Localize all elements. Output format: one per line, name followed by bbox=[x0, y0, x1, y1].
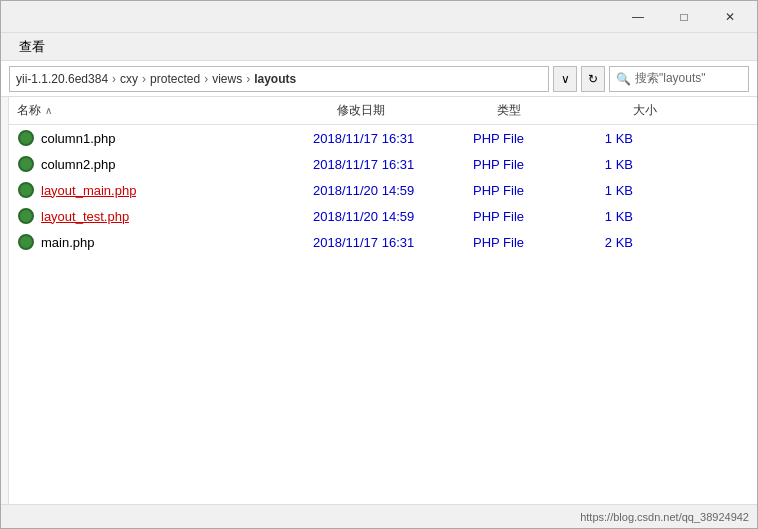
file-type: PHP File bbox=[473, 209, 573, 224]
content-area: 名称 ∧ 修改日期 类型 大小 column1.php2018/11/17 16… bbox=[1, 97, 757, 504]
dropdown-button[interactable]: ∨ bbox=[553, 66, 577, 92]
file-name: layout_main.php bbox=[41, 183, 136, 198]
file-date: 2018/11/17 16:31 bbox=[313, 131, 473, 146]
file-icon bbox=[17, 129, 35, 147]
breadcrumb-layouts[interactable]: layouts bbox=[254, 72, 296, 86]
refresh-button[interactable]: ↻ bbox=[581, 66, 605, 92]
breadcrumb-views[interactable]: views bbox=[212, 72, 242, 86]
col-header-type[interactable]: 类型 bbox=[497, 102, 597, 119]
status-bar: https://blog.csdn.net/qq_38924942 bbox=[1, 504, 757, 528]
file-type: PHP File bbox=[473, 183, 573, 198]
breadcrumb-protected[interactable]: protected bbox=[150, 72, 200, 86]
col-header-size[interactable]: 大小 bbox=[597, 102, 657, 119]
file-size: 1 KB bbox=[573, 157, 633, 172]
file-size: 1 KB bbox=[573, 131, 633, 146]
breadcrumb-yii[interactable]: yii-1.1.20.6ed384 bbox=[16, 72, 108, 86]
file-type: PHP File bbox=[473, 131, 573, 146]
sidebar bbox=[1, 97, 9, 504]
close-button[interactable]: ✕ bbox=[707, 2, 753, 32]
breadcrumb: yii-1.1.20.6ed384 › cxy › protected › vi… bbox=[9, 66, 549, 92]
file-name: column2.php bbox=[41, 157, 115, 172]
file-list: 名称 ∧ 修改日期 类型 大小 column1.php2018/11/17 16… bbox=[9, 97, 757, 504]
file-name: column1.php bbox=[41, 131, 115, 146]
file-type: PHP File bbox=[473, 235, 573, 250]
search-icon: 🔍 bbox=[616, 72, 631, 86]
file-name-cell: column1.php bbox=[17, 129, 313, 147]
file-date: 2018/11/17 16:31 bbox=[313, 157, 473, 172]
column-headers: 名称 ∧ 修改日期 类型 大小 bbox=[9, 97, 757, 125]
breadcrumb-sep-3: › bbox=[244, 72, 252, 86]
file-name: main.php bbox=[41, 235, 94, 250]
file-name: layout_test.php bbox=[41, 209, 129, 224]
sort-icon: ∧ bbox=[45, 105, 52, 116]
file-name-cell: layout_main.php bbox=[17, 181, 313, 199]
menu-view[interactable]: 查看 bbox=[9, 34, 55, 60]
file-date: 2018/11/20 14:59 bbox=[313, 209, 473, 224]
table-row[interactable]: main.php2018/11/17 16:31PHP File2 KB bbox=[9, 229, 757, 255]
file-type: PHP File bbox=[473, 157, 573, 172]
explorer-window: — □ ✕ 查看 yii-1.1.20.6ed384 › cxy › prote… bbox=[0, 0, 758, 529]
menu-bar: 查看 bbox=[1, 33, 757, 61]
table-row[interactable]: layout_test.php2018/11/20 14:59PHP File1… bbox=[9, 203, 757, 229]
file-rows: column1.php2018/11/17 16:31PHP File1 KBc… bbox=[9, 125, 757, 255]
file-date: 2018/11/17 16:31 bbox=[313, 235, 473, 250]
file-size: 1 KB bbox=[573, 183, 633, 198]
file-icon bbox=[17, 233, 35, 251]
breadcrumb-cxy[interactable]: cxy bbox=[120, 72, 138, 86]
file-date: 2018/11/20 14:59 bbox=[313, 183, 473, 198]
col-header-name[interactable]: 名称 ∧ bbox=[17, 102, 337, 119]
title-bar: — □ ✕ bbox=[1, 1, 757, 33]
table-row[interactable]: column2.php2018/11/17 16:31PHP File1 KB bbox=[9, 151, 757, 177]
minimize-button[interactable]: — bbox=[615, 2, 661, 32]
maximize-button[interactable]: □ bbox=[661, 2, 707, 32]
breadcrumb-sep-1: › bbox=[140, 72, 148, 86]
table-row[interactable]: column1.php2018/11/17 16:31PHP File1 KB bbox=[9, 125, 757, 151]
address-bar: yii-1.1.20.6ed384 › cxy › protected › vi… bbox=[1, 61, 757, 97]
breadcrumb-sep-0: › bbox=[110, 72, 118, 86]
file-icon bbox=[17, 155, 35, 173]
status-url: https://blog.csdn.net/qq_38924942 bbox=[580, 511, 749, 523]
file-name-cell: main.php bbox=[17, 233, 313, 251]
table-row[interactable]: layout_main.php2018/11/20 14:59PHP File1… bbox=[9, 177, 757, 203]
search-placeholder: 搜索"layouts" bbox=[635, 70, 706, 87]
file-icon bbox=[17, 207, 35, 225]
breadcrumb-sep-2: › bbox=[202, 72, 210, 86]
file-name-cell: column2.php bbox=[17, 155, 313, 173]
file-size: 2 KB bbox=[573, 235, 633, 250]
search-box[interactable]: 🔍 搜索"layouts" bbox=[609, 66, 749, 92]
file-size: 1 KB bbox=[573, 209, 633, 224]
file-icon bbox=[17, 181, 35, 199]
col-header-date[interactable]: 修改日期 bbox=[337, 102, 497, 119]
file-name-cell: layout_test.php bbox=[17, 207, 313, 225]
